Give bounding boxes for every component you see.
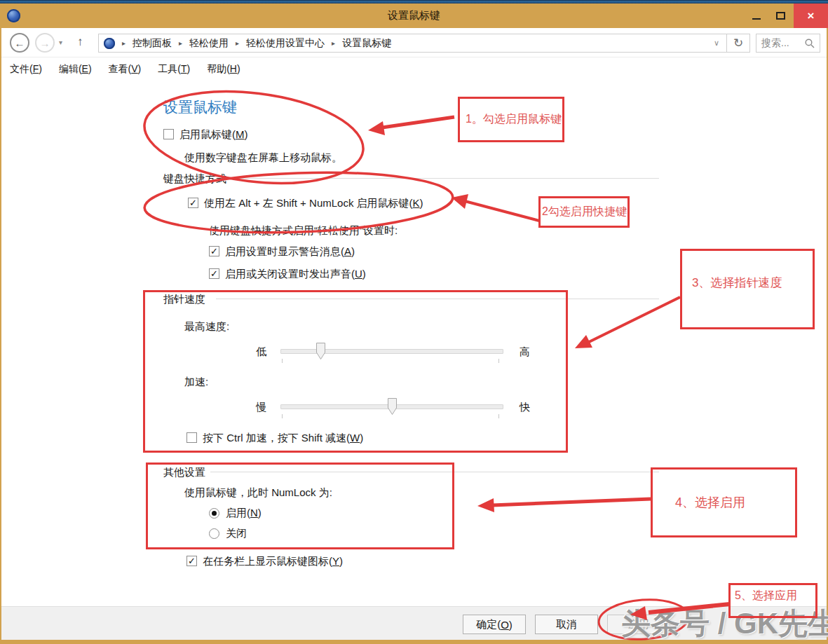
back-icon: ← [15, 37, 25, 49]
enable-mouse-keys-checkbox[interactable] [163, 129, 174, 139]
annotation-box-step1: 1。勾选启用鼠标键 [458, 97, 564, 142]
window-border-left [0, 28, 1, 644]
back-button[interactable]: ← [10, 33, 29, 53]
recent-pages-dropdown[interactable]: ▾ [59, 39, 62, 46]
menu-edit[interactable]: 编辑(E) [59, 63, 92, 76]
menu-file[interactable]: 文件(F) [10, 63, 42, 76]
menu-help[interactable]: 帮助(H) [207, 63, 240, 76]
mouse-keys-description: 使用数字键盘在屏幕上移动鼠标。 [184, 151, 342, 165]
arrow-shaft-step2 [465, 201, 539, 221]
warning-message-checkbox[interactable]: ✓ [209, 246, 219, 256]
chevron-down-icon: ▾ [59, 39, 62, 46]
maximize-button[interactable] [768, 4, 792, 28]
annotation-rect-pointer-speed [143, 290, 568, 453]
refresh-button[interactable]: ↻ [727, 34, 750, 53]
search-input[interactable]: 搜索... [756, 34, 820, 53]
arrow-shaft-step1 [382, 117, 454, 128]
up-button[interactable]: ↑ [77, 35, 83, 49]
forward-icon: → [40, 37, 50, 49]
ok-button[interactable]: 确定(O) [463, 615, 526, 634]
arrow-head-step2 [452, 194, 468, 209]
annotation-rect-other-settings [146, 463, 454, 549]
forward-button[interactable]: → [35, 33, 55, 53]
maximize-icon [776, 12, 785, 20]
group-title-keyboard-shortcut: 键盘快捷方式 [163, 172, 226, 186]
window-title: 设置鼠标键 [0, 9, 828, 22]
enable-mouse-keys-label: 启用鼠标键(M) [179, 128, 248, 142]
shortcut-checkbox[interactable]: ✓ [188, 198, 198, 208]
arrow-head-step1 [368, 121, 385, 135]
taskbar-icon-label: 在任务栏上显示鼠标键图标(Y) [203, 555, 343, 568]
annotation-box-step5: 5、选择应用 [728, 583, 817, 618]
breadcrumb[interactable]: ▸ 控制面板 ▸ 轻松使用 ▸ 轻松使用设置中心 ▸ 设置鼠标键 ∨ [98, 34, 727, 53]
address-dropdown-icon[interactable]: ∨ [714, 39, 719, 48]
page-title: 设置鼠标键 [163, 97, 237, 117]
location-icon [104, 38, 115, 49]
menu-tools[interactable]: 工具(T) [158, 63, 190, 76]
sound-checkbox[interactable]: ✓ [209, 268, 219, 279]
close-button[interactable]: × [794, 4, 828, 28]
annotation-box-step4: 4、选择启用 [651, 467, 797, 537]
refresh-icon: ↻ [733, 36, 743, 50]
breadcrumb-separator-icon: ▸ [122, 39, 125, 47]
shortcut-label: 使用左 Alt + 左 Shift + NumLock 启用鼠标键(K) [204, 197, 423, 210]
group-divider [231, 178, 659, 179]
breadcrumb-item-control-panel[interactable]: 控制面板 [133, 37, 172, 50]
minimize-button[interactable] [745, 4, 768, 28]
menu-view[interactable]: 查看(V) [109, 63, 142, 76]
breadcrumb-separator-icon: ▸ [236, 39, 239, 47]
annotation-box-step2: 2勾选启用快捷键 [538, 196, 630, 228]
menu-bar: 文件(F) 编辑(E) 查看(V) 工具(T) 帮助(H) [0, 57, 828, 81]
close-icon: × [808, 9, 815, 23]
arrow-shaft-step4 [492, 499, 651, 505]
search-placeholder: 搜索... [761, 37, 805, 50]
search-icon [805, 39, 815, 48]
breadcrumb-item-ease-of-access-center[interactable]: 轻松使用设置中心 [246, 37, 325, 50]
arrow-head-step3 [575, 335, 592, 348]
warning-message-label: 启用设置时显示警告消息(A) [225, 245, 355, 259]
cancel-button[interactable]: 取消 [535, 615, 598, 634]
sound-label: 启用或关闭设置时发出声音(U) [225, 268, 366, 281]
minimize-icon [752, 18, 761, 20]
breadcrumb-separator-icon: ▸ [332, 39, 335, 47]
taskbar-icon-checkbox[interactable]: ✓ [186, 556, 197, 566]
breadcrumb-item-ease-of-access[interactable]: 轻松使用 [189, 37, 229, 50]
breadcrumb-separator-icon: ▸ [179, 39, 182, 47]
shortcut-when-text: 使用键盘快捷方式启用“轻松使用”设置时: [209, 224, 398, 238]
annotation-box-step3: 3、选择指针速度 [680, 249, 815, 329]
arrow-shaft-step3 [588, 297, 680, 343]
breadcrumb-item-set-up-mouse-keys[interactable]: 设置鼠标键 [342, 37, 391, 50]
up-icon: ↑ [77, 35, 83, 48]
arrow-head-step4 [477, 498, 494, 512]
